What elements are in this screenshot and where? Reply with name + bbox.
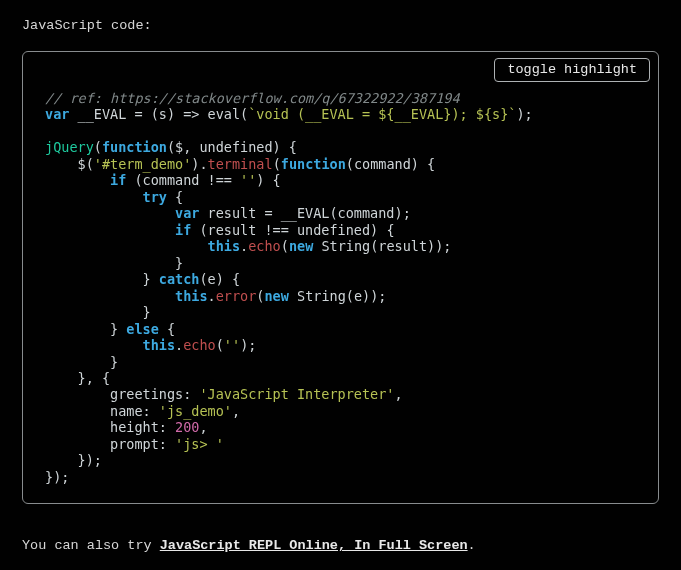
outro-prefix: You can also try (22, 538, 160, 553)
code-keyword-catch: catch (159, 271, 200, 287)
code-text: } (45, 304, 151, 320)
code-number: 200 (175, 419, 199, 435)
code-text: { (167, 189, 183, 205)
code-text: ( (216, 337, 224, 353)
code-text: greetings: (45, 386, 199, 402)
code-text: ) { (256, 172, 280, 188)
code-text: , (395, 386, 403, 402)
code-text: } (45, 354, 118, 370)
code-string: 'js_demo' (159, 403, 232, 419)
code-text: $( (45, 156, 94, 172)
code-text: } (45, 255, 183, 271)
code-method-terminal: terminal (208, 156, 273, 172)
code-text: } (45, 271, 159, 287)
code-container: toggle highlight // ref: https://stackov… (22, 51, 659, 504)
code-string: 'JavaScript Interpreter' (199, 386, 394, 402)
code-text: ); (516, 106, 532, 122)
code-text: . (208, 288, 216, 304)
outro-suffix: . (468, 538, 476, 553)
intro-label: JavaScript code: (22, 18, 659, 33)
code-keyword-new: new (289, 238, 313, 254)
code-fn-jquery: jQuery (45, 139, 94, 155)
code-block: // ref: https://stackoverflow.com/q/6732… (45, 90, 636, 485)
code-text: String(e)); (289, 288, 387, 304)
code-method-error: error (216, 288, 257, 304)
code-string: '' (240, 172, 256, 188)
code-text: (command !== (126, 172, 240, 188)
code-keyword-function: function (281, 156, 346, 172)
code-keyword-if: if (110, 172, 126, 188)
code-text: , (199, 419, 207, 435)
code-text: . (175, 337, 183, 353)
code-text: __EVAL = (s) => eval( (69, 106, 248, 122)
code-text: { (159, 321, 175, 337)
code-text: height: (45, 419, 175, 435)
code-text: ); (240, 337, 256, 353)
code-text: (result !== undefined) { (191, 222, 394, 238)
code-string: 'js> ' (175, 436, 224, 452)
code-text: } (45, 321, 126, 337)
code-keyword-new: new (264, 288, 288, 304)
code-text: . (240, 238, 248, 254)
code-text: (e) { (199, 271, 240, 287)
code-comment: // ref: https://stackoverflow.com/q/6732… (45, 90, 460, 106)
code-string: '#term_demo' (94, 156, 192, 172)
outro-text: You can also try JavaScript REPL Online,… (22, 538, 659, 553)
code-keyword-if: if (175, 222, 191, 238)
code-text: prompt: (45, 436, 175, 452)
code-text: }); (45, 452, 102, 468)
code-string: `void (__EVAL = ${__EVAL}); ${s}` (248, 106, 516, 122)
repl-link[interactable]: JavaScript REPL Online, In Full Screen (160, 538, 468, 553)
code-method-echo: echo (248, 238, 281, 254)
code-text: ( (281, 238, 289, 254)
code-text: ). (191, 156, 207, 172)
code-keyword-this: this (143, 337, 176, 353)
code-keyword-function: function (102, 139, 167, 155)
code-text: ( (273, 156, 281, 172)
code-keyword-try: try (143, 189, 167, 205)
code-text: ( (94, 139, 102, 155)
toggle-highlight-button[interactable]: toggle highlight (494, 58, 650, 82)
code-keyword-var: var (45, 106, 69, 122)
code-keyword-var: var (175, 205, 199, 221)
code-text: name: (45, 403, 159, 419)
code-text: }, { (45, 370, 110, 386)
code-keyword-else: else (126, 321, 159, 337)
code-keyword-this: this (175, 288, 208, 304)
code-text: (command) { (346, 156, 435, 172)
code-method-echo: echo (183, 337, 216, 353)
code-text: , (232, 403, 240, 419)
code-text: ($, undefined) { (167, 139, 297, 155)
code-keyword-this: this (208, 238, 241, 254)
code-text: result = __EVAL(command); (199, 205, 410, 221)
code-text: String(result)); (313, 238, 451, 254)
code-string: '' (224, 337, 240, 353)
code-text: }); (45, 469, 69, 485)
